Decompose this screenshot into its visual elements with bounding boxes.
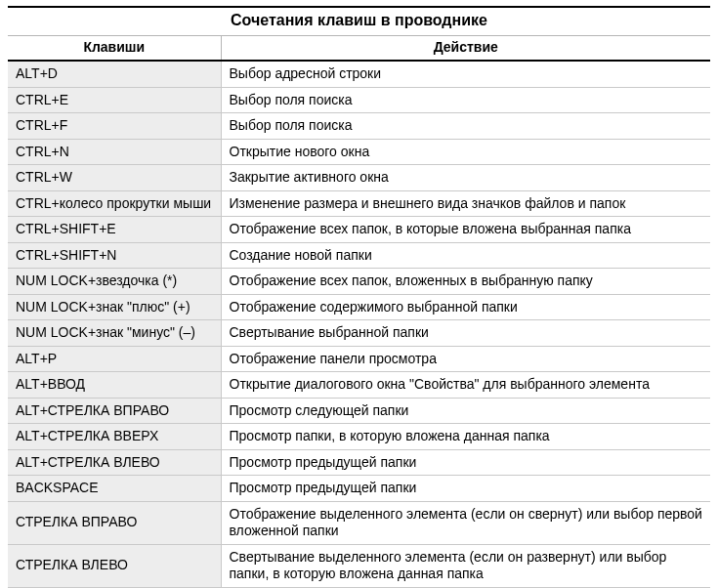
cell-key: СТРЕЛКА ВПРАВО [8, 501, 221, 544]
table-row: CTRL+SHIFT+EОтображение всех папок, в ко… [8, 217, 710, 243]
table-row: ALT+СТРЕЛКА ВПРАВОПросмотр следующей пап… [8, 398, 710, 424]
cell-action: Отображение выделенного элемента (если о… [221, 501, 710, 544]
table-row: ALT+СТРЕЛКА ВЛЕВОПросмотр предыдущей пап… [8, 449, 710, 476]
header-action: Действие [221, 36, 710, 62]
cell-key: ALT+P [8, 346, 221, 372]
cell-key: CTRL+F [8, 113, 221, 140]
header-keys: Клавиши [8, 36, 221, 62]
table-row: ALT+ВВОДОткрытие диалогового окна "Свойс… [8, 372, 710, 399]
cell-action: Отображение содержимого выбранной папки [221, 294, 710, 320]
cell-key: NUM LOCK+знак "плюс" (+) [8, 294, 221, 320]
table-row: CTRL+колесо прокрутки мышиИзменение разм… [8, 190, 710, 217]
table-title: Сочетания клавиш в проводнике [8, 7, 710, 36]
cell-action: Просмотр предыдущей папки [221, 476, 710, 502]
table-row: CTRL+FВыбор поля поиска [8, 113, 710, 140]
cell-action: Открытие диалогового окна "Свойства" для… [221, 372, 710, 399]
shortcut-table: Сочетания клавиш в проводнике Клавиши Де… [8, 6, 710, 588]
cell-key: CTRL+E [8, 87, 221, 113]
cell-key: СТРЕЛКА ВЛЕВО [8, 544, 221, 587]
table-row: ALT+СТРЕЛКА ВВЕРХПросмотр папки, в котор… [8, 424, 710, 450]
cell-key: ALT+СТРЕЛКА ВПРАВО [8, 398, 221, 424]
cell-key: ALT+СТРЕЛКА ВВЕРХ [8, 424, 221, 450]
cell-key: BACKSPACE [8, 476, 221, 502]
cell-action: Отображение всех папок, в которые вложен… [221, 217, 710, 243]
table-row: CTRL+NОткрытие нового окна [8, 139, 710, 165]
cell-key: CTRL+W [8, 165, 221, 191]
cell-action: Изменение размера и внешнего вида значко… [221, 190, 710, 217]
cell-action: Создание новой папки [221, 242, 710, 269]
cell-action: Открытие нового окна [221, 139, 710, 165]
cell-action: Свертывание выделенного элемента (если о… [221, 544, 710, 587]
cell-action: Выбор адресной строки [221, 61, 710, 87]
table-row: NUM LOCK+знак "плюс" (+)Отображение соде… [8, 294, 710, 320]
cell-action: Просмотр следующей папки [221, 398, 710, 424]
cell-action: Закрытие активного окна [221, 165, 710, 191]
cell-key: CTRL+SHIFT+E [8, 217, 221, 243]
cell-action: Просмотр папки, в которую вложена данная… [221, 424, 710, 450]
cell-action: Отображение всех папок, вложенных в выбр… [221, 269, 710, 295]
cell-key: ALT+D [8, 61, 221, 87]
table-row: NUM LOCK+звездочка (*)Отображение всех п… [8, 269, 710, 295]
cell-key: CTRL+колесо прокрутки мыши [8, 190, 221, 217]
table-row: СТРЕЛКА ВПРАВООтображение выделенного эл… [8, 501, 710, 544]
cell-action: Свертывание выбранной папки [221, 320, 710, 347]
table-row: NUM LOCK+знак "минус" (–)Свертывание выб… [8, 320, 710, 347]
table-row: CTRL+EВыбор поля поиска [8, 87, 710, 113]
table-row: BACKSPACEПросмотр предыдущей папки [8, 476, 710, 502]
table-row: ALT+DВыбор адресной строки [8, 61, 710, 87]
cell-action: Просмотр предыдущей папки [221, 449, 710, 476]
table-row: СТРЕЛКА ВЛЕВОСвертывание выделенного эле… [8, 544, 710, 587]
cell-key: NUM LOCK+знак "минус" (–) [8, 320, 221, 347]
cell-key: CTRL+N [8, 139, 221, 165]
cell-action: Выбор поля поиска [221, 87, 710, 113]
table-row: ALT+PОтображение панели просмотра [8, 346, 710, 372]
cell-action: Выбор поля поиска [221, 113, 710, 140]
cell-key: ALT+СТРЕЛКА ВЛЕВО [8, 449, 221, 476]
shortcut-table-container: Сочетания клавиш в проводнике Клавиши Де… [0, 0, 718, 588]
cell-key: NUM LOCK+звездочка (*) [8, 269, 221, 295]
cell-key: CTRL+SHIFT+N [8, 242, 221, 269]
table-row: CTRL+WЗакрытие активного окна [8, 165, 710, 191]
cell-key: ALT+ВВОД [8, 372, 221, 399]
cell-action: Отображение панели просмотра [221, 346, 710, 372]
table-row: CTRL+SHIFT+NСоздание новой папки [8, 242, 710, 269]
